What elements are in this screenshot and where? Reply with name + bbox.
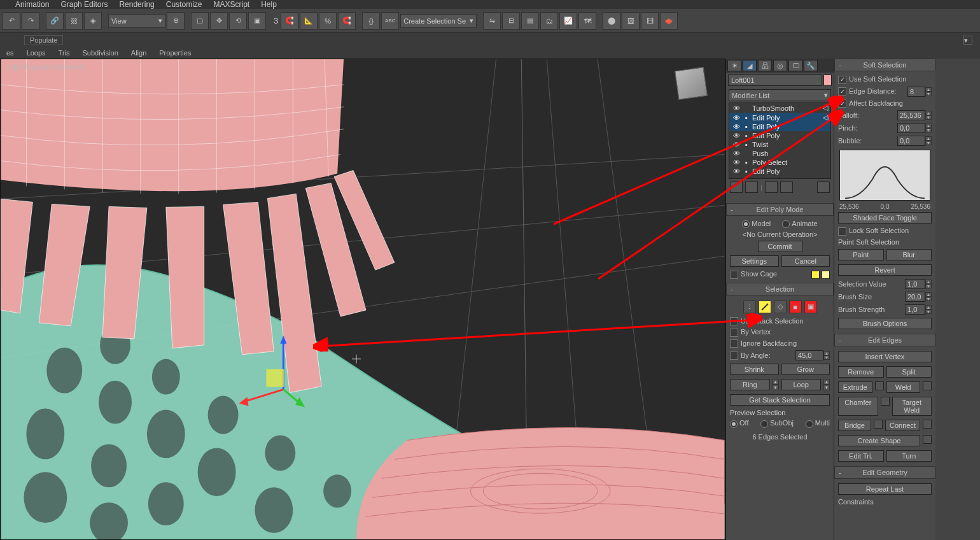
shrink-button[interactable]: Shrink: [730, 364, 779, 375]
stack-poly-select[interactable]: 👁▪Poly Select: [729, 158, 830, 167]
animate-radio[interactable]: [782, 220, 790, 228]
commit-button[interactable]: Commit: [758, 241, 802, 252]
stack-edit-poly-2[interactable]: 👁▪Edit Poly: [729, 122, 830, 131]
menu-graph-editors[interactable]: Graph Editors: [60, 0, 108, 9]
preview-subobj-radio[interactable]: [760, 420, 768, 428]
grow-button[interactable]: Grow: [781, 364, 830, 375]
edit-geometry-rollout[interactable]: -Edit Geometry: [834, 466, 935, 479]
edit-tri-button[interactable]: Edit Tri.: [838, 450, 884, 462]
chamfer-settings[interactable]: [881, 397, 890, 406]
abc-button[interactable]: ABC: [381, 12, 399, 30]
repeat-last-button[interactable]: Repeat Last: [838, 483, 932, 495]
named-selection-dropdown[interactable]: Create Selection Se▾: [400, 14, 477, 28]
revert-button[interactable]: Revert: [838, 264, 932, 276]
brush-strength-input[interactable]: [905, 304, 925, 315]
modifier-list-dropdown[interactable]: Modifier List▾: [729, 89, 831, 101]
menu-subdivision[interactable]: Subdivision: [76, 47, 125, 59]
selection-rollout[interactable]: -Selection: [726, 283, 834, 295]
menu-tris[interactable]: Tris: [52, 47, 76, 59]
viewport-label[interactable]: [+][orthographic][shaded]: [7, 63, 85, 71]
select-button[interactable]: ▢: [191, 12, 209, 30]
preview-off-radio[interactable]: [730, 420, 738, 428]
selection-value-input[interactable]: [905, 279, 925, 289]
menu-align[interactable]: Align: [125, 47, 153, 59]
create-shape-button[interactable]: Create Shape: [838, 435, 920, 446]
layer-explorer[interactable]: 🗂: [540, 12, 558, 30]
loop-button[interactable]: Loop: [781, 379, 822, 390]
paint-button[interactable]: Paint: [838, 249, 884, 260]
stack-edit-poly-4[interactable]: 👁▪Edit Poly: [729, 167, 830, 176]
by-angle-check[interactable]: [730, 352, 738, 360]
schematic-view[interactable]: 🗺: [578, 12, 596, 30]
mirror-button[interactable]: ⇋: [483, 12, 501, 30]
undo-button[interactable]: ↶: [3, 12, 20, 30]
shaded-face-toggle-button[interactable]: Shaded Face Toggle: [838, 212, 932, 224]
stack-push[interactable]: 👁Push: [729, 149, 830, 158]
ignore-backfacing-check[interactable]: [730, 339, 738, 348]
weld-button[interactable]: Weld: [886, 381, 921, 393]
object-color-swatch[interactable]: [823, 75, 832, 86]
viewcube[interactable]: [675, 67, 708, 100]
snap-toggle[interactable]: 🧲: [281, 12, 298, 30]
bubble-value[interactable]: [897, 136, 925, 146]
edit-poly-mode-rollout[interactable]: -Edit Poly Mode: [726, 203, 834, 216]
menu-help[interactable]: Help: [261, 0, 277, 9]
display-tab[interactable]: 🖵: [788, 60, 802, 71]
target-weld-button[interactable]: Target Weld: [892, 397, 932, 416]
by-angle-value[interactable]: [795, 350, 823, 360]
hierarchy-tab[interactable]: 品: [758, 60, 772, 71]
falloff-value[interactable]: [897, 110, 925, 120]
use-soft-sel-check[interactable]: [838, 76, 846, 84]
menu-loops[interactable]: Loops: [20, 47, 52, 59]
menu-maxscript[interactable]: MAXScript: [213, 0, 249, 9]
blur-button[interactable]: Blur: [886, 249, 932, 260]
edit-named-sel[interactable]: {}: [362, 12, 380, 30]
insert-vertex-button[interactable]: Insert Vertex: [838, 351, 932, 362]
menu-customize[interactable]: Customize: [166, 0, 202, 9]
ref-coord-dropdown[interactable]: View▾: [108, 14, 165, 28]
menu-es[interactable]: es: [0, 47, 20, 59]
render-setup[interactable]: 🖼: [622, 12, 640, 30]
by-vertex-check[interactable]: [730, 329, 738, 337]
rotate-button[interactable]: ⟲: [229, 12, 247, 30]
use-stack-sel-check[interactable]: [730, 317, 738, 325]
stack-turbosmooth[interactable]: 👁TurboSmooth◁: [729, 103, 830, 113]
percent-snap[interactable]: %: [319, 12, 337, 30]
get-stack-sel-button[interactable]: Get Stack Selection: [730, 394, 830, 406]
split-button[interactable]: Split: [886, 366, 932, 378]
brush-size-input[interactable]: [905, 292, 925, 302]
vertex-subobj[interactable]: ⋮: [743, 301, 756, 313]
pinch-value[interactable]: [897, 123, 925, 133]
bridge-settings[interactable]: [874, 420, 883, 429]
utilities-tab[interactable]: 🔧: [804, 60, 818, 71]
bridge-button[interactable]: Bridge: [838, 420, 871, 431]
layers-button[interactable]: ▤: [521, 12, 539, 30]
move-button[interactable]: ✥: [210, 12, 228, 30]
element-subobj[interactable]: ▣: [804, 301, 817, 313]
cage-color-2[interactable]: [822, 271, 830, 279]
cancel-button[interactable]: Cancel: [781, 255, 830, 267]
cage-color-1[interactable]: [811, 271, 820, 279]
render-frame[interactable]: 🎞: [641, 12, 659, 30]
menu-rendering[interactable]: Rendering: [119, 0, 154, 9]
edge-distance-value[interactable]: [907, 87, 925, 97]
render-button[interactable]: 🫖: [660, 12, 678, 30]
model-radio[interactable]: [742, 220, 750, 228]
show-cage-check[interactable]: [730, 271, 738, 279]
edge-subobj[interactable]: [759, 301, 771, 313]
redo-button[interactable]: ↷: [22, 12, 39, 30]
unlink-button[interactable]: ⛓: [65, 12, 83, 30]
stack-twist[interactable]: 👁▪Twist: [729, 140, 830, 149]
scale-button[interactable]: ▣: [248, 12, 266, 30]
pin-stack-button[interactable]: [730, 181, 743, 193]
spinner-snap[interactable]: 🧲: [338, 12, 356, 30]
angle-snap[interactable]: 📐: [300, 12, 318, 30]
extrude-settings[interactable]: [875, 381, 884, 390]
populate-group[interactable]: Populate: [24, 35, 63, 45]
edge-distance-check[interactable]: [838, 87, 846, 96]
connect-button[interactable]: Connect: [885, 420, 920, 431]
modify-tab[interactable]: ◢: [743, 60, 757, 71]
chamfer-button[interactable]: Chamfer: [838, 397, 878, 416]
soft-selection-rollout[interactable]: -Soft Selection: [834, 59, 935, 71]
viewport[interactable]: [+][orthographic][shaded]: [0, 59, 725, 540]
